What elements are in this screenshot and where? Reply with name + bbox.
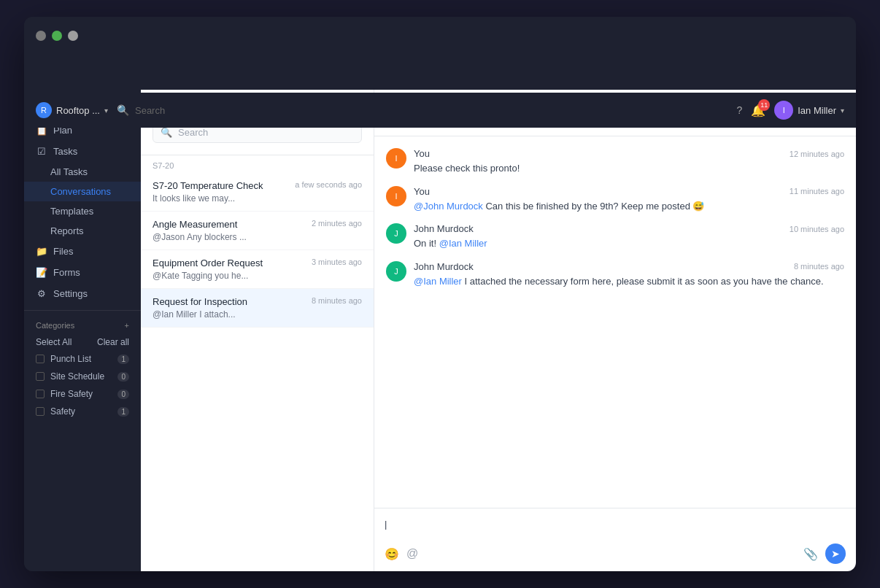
conv-item-preview: @Jason Any blockers ... [153, 232, 362, 242]
sidebar-item-label: Files [53, 246, 73, 257]
message-text-2: On it! @Ian Miller [414, 236, 844, 251]
mention: @Ian Miller [439, 238, 487, 249]
user-menu[interactable]: I Ian Miller ▾ [774, 101, 844, 120]
global-search[interactable]: 🔍 Search [117, 104, 727, 116]
category-checkbox[interactable] [36, 390, 45, 398]
send-button[interactable]: ➤ [825, 543, 846, 564]
sidebar-item-templates[interactable]: Templates [24, 201, 141, 221]
workspace-selector[interactable]: R Rooftop ... ▾ [36, 102, 108, 118]
conv-item-1[interactable]: Angle Measurement 2 minutes ago @Jason A… [141, 212, 374, 250]
workspace-name: Rooftop ... [56, 105, 100, 116]
help-icon: ? [736, 104, 742, 116]
workspace-chevron-icon: ▾ [104, 107, 108, 115]
nav-actions: ? 🔔 11 I Ian Miller ▾ [736, 101, 844, 120]
sidebar-item-label: Forms [53, 267, 80, 278]
category-badge: 0 [117, 372, 129, 382]
select-clear-row: Select All Clear all [24, 334, 141, 350]
sidebar-item-conversations[interactable]: Conversations [24, 182, 141, 201]
topnav: R Rooftop ... ▾ 🔍 Search ? 🔔 11 I Ian Mi… [24, 93, 856, 128]
category-fire-safety[interactable]: Fire Safety 0 [24, 385, 141, 403]
minimize-button[interactable] [52, 31, 62, 41]
detail-panel: Rooftop Solar › Tasks In-Progress Reques… [374, 90, 856, 571]
category-safety[interactable]: Safety 1 [24, 403, 141, 420]
conv-item-title: Equipment Order Request [153, 258, 263, 268]
app-window: R Rooftop ... ▾ 🔍 Search ? 🔔 11 I Ian Mi… [24, 17, 856, 571]
search-icon: 🔍 [117, 104, 129, 116]
settings-icon: ⚙ [36, 288, 47, 299]
files-icon: 📁 [36, 246, 47, 257]
mention: @John Murdock [414, 201, 483, 212]
close-button[interactable] [36, 31, 46, 41]
message-content-3: John Murdock 8 minutes ago @Ian Miller I… [414, 261, 844, 289]
conv-item-title: Request for Inspection [153, 296, 247, 307]
clear-all-button[interactable]: Clear all [97, 337, 129, 347]
reports-label: Reports [50, 225, 84, 236]
message-avatar-3: J [386, 261, 406, 282]
sidebar-item-files[interactable]: 📁 Files [24, 241, 141, 262]
conv-item-time: 2 minutes ago [312, 219, 362, 228]
message-avatar-0: I [386, 148, 406, 169]
sidebar-item-settings[interactable]: ⚙ Settings [24, 283, 141, 304]
conv-item-header: Request for Inspection 8 minutes ago [153, 296, 362, 307]
category-badge: 1 [117, 355, 129, 364]
message-sender-0: You [414, 148, 430, 159]
conv-item-0[interactable]: S7-20 Temperature Check a few seconds ag… [141, 173, 374, 212]
message-sender-2: John Murdock [414, 223, 474, 234]
category-punch-list[interactable]: Punch List 1 [24, 350, 141, 368]
conv-group-label: S7-20 [141, 155, 374, 173]
conv-item-3[interactable]: Request for Inspection 8 minutes ago @Ia… [141, 289, 374, 328]
sidebar-item-all-tasks[interactable]: All Tasks [24, 162, 141, 182]
sidebar-item-forms[interactable]: 📝 Forms [24, 262, 141, 283]
conv-item-preview: It looks like we may... [153, 193, 362, 204]
select-all-button[interactable]: Select All [36, 337, 72, 347]
emoji-icon[interactable]: 😊 [385, 547, 399, 561]
conversations-panel: Conversations 🔍 Search S7-20 S7-20 Tempe… [141, 90, 374, 571]
attachment-icon[interactable]: 📎 [803, 547, 818, 561]
all-tasks-label: All Tasks [50, 166, 88, 177]
conv-item-header: S7-20 Temperature Check a few seconds ag… [153, 180, 362, 191]
templates-label: Templates [50, 206, 93, 217]
maximize-button[interactable] [68, 31, 78, 41]
category-name: Fire Safety [50, 389, 93, 399]
notifications-button[interactable]: 🔔 11 [751, 104, 765, 117]
compose-toolbar: 😊 @ 📎 ➤ [385, 543, 846, 564]
search-placeholder: Search [178, 127, 208, 138]
message-header-0: You 12 minutes ago [414, 148, 844, 159]
conv-item-2[interactable]: Equipment Order Request 3 minutes ago @K… [141, 250, 374, 289]
message-time-0: 12 minutes ago [790, 150, 844, 158]
category-name: Site Schedule [50, 371, 104, 382]
category-checkbox[interactable] [36, 372, 45, 381]
message-3: J John Murdock 8 minutes ago @Ian Miller… [386, 261, 844, 289]
main-container: 🗺 Map 📋 Plan ☑ Tasks All Tasks Conversat… [24, 90, 856, 571]
conv-item-header: Equipment Order Request 3 minutes ago [153, 258, 362, 268]
sidebar-item-reports[interactable]: Reports [24, 221, 141, 241]
conv-item-time: 8 minutes ago [312, 296, 362, 305]
message-content-0: You 12 minutes ago Please check this pro… [414, 148, 844, 176]
mention: @Ian Miller [414, 276, 462, 287]
sidebar-item-label: Tasks [53, 146, 77, 157]
category-site-schedule[interactable]: Site Schedule 0 [24, 368, 141, 385]
categories-header: Categories + [24, 317, 141, 334]
workspace-avatar: R [36, 102, 52, 118]
conv-item-title: S7-20 Temperature Check [153, 180, 263, 191]
conv-item-header: Angle Measurement 2 minutes ago [153, 219, 362, 230]
messages-area: I You 12 minutes ago Please check this p… [374, 136, 856, 508]
mention-icon[interactable]: @ [406, 547, 418, 561]
message-time-3: 8 minutes ago [794, 262, 844, 271]
compose-area: | 😊 @ 📎 ➤ [374, 508, 856, 571]
category-checkbox[interactable] [36, 407, 45, 416]
conv-item-time: a few seconds ago [295, 180, 362, 189]
conv-item-preview: @Ian Miller I attach... [153, 309, 362, 320]
category-name: Safety [50, 406, 75, 417]
sidebar-item-label: Settings [53, 288, 88, 299]
sidebar-item-tasks[interactable]: ☑ Tasks [24, 141, 141, 162]
message-1: I You 11 minutes ago @John Murdock Can t… [386, 186, 844, 214]
help-button[interactable]: ? [736, 104, 742, 117]
compose-input[interactable]: | [385, 516, 846, 539]
message-sender-3: John Murdock [414, 261, 474, 272]
add-category-icon[interactable]: + [125, 321, 129, 330]
message-header-2: John Murdock 10 minutes ago [414, 223, 844, 234]
category-checkbox[interactable] [36, 355, 45, 363]
category-badge: 0 [117, 390, 129, 399]
message-avatar-2: J [386, 223, 406, 244]
